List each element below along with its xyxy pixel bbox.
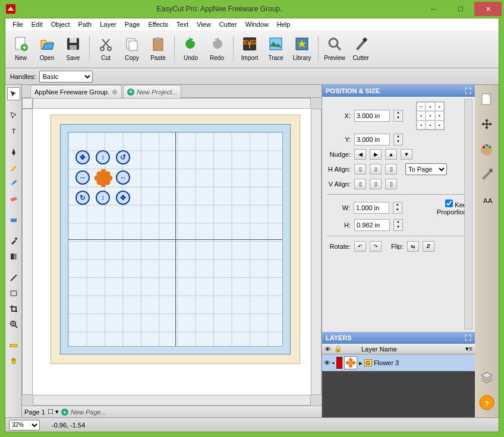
close-tab-icon[interactable]: ⊗ [112, 88, 118, 96]
document-panel-icon[interactable] [478, 91, 496, 109]
library-button[interactable]: Library [290, 33, 314, 66]
layer-row[interactable]: 👁 • ▸ G Flower 3 [322, 354, 475, 371]
handle-bl[interactable]: ↻ [75, 191, 90, 205]
collapse-icon[interactable]: ⛶ [465, 334, 471, 341]
undo-button[interactable]: Undo [179, 33, 203, 66]
paste-button[interactable]: Paste [146, 33, 170, 66]
nudge-down[interactable]: ▼ [401, 149, 412, 160]
text-tool[interactable]: T [7, 124, 20, 137]
gradient-tool[interactable] [7, 250, 20, 263]
cut-button[interactable]: Cut [94, 33, 118, 66]
vis-icon[interactable]: 👁 [324, 359, 330, 366]
halign-right[interactable]: ▯ [385, 164, 397, 175]
horizontal-scrollbar[interactable] [33, 395, 311, 406]
node-tool[interactable] [7, 109, 20, 122]
handle-tl[interactable]: ✥ [75, 150, 90, 164]
settings-panel-icon[interactable] [478, 166, 496, 183]
rotate-cw[interactable]: ↷ [370, 241, 382, 252]
valign-bottom[interactable]: ▯ [385, 179, 397, 189]
keep-proportions-checkbox[interactable] [445, 200, 453, 207]
y-spinner[interactable]: ▲▼ [393, 134, 403, 145]
lock-dot[interactable]: • [332, 359, 335, 366]
flip-h[interactable]: ⇋ [407, 241, 419, 252]
move-panel-icon[interactable] [478, 116, 496, 134]
trace-button[interactable]: Trace [264, 33, 288, 66]
menu-file[interactable]: File [9, 20, 27, 29]
page-tab[interactable]: Page 1 [24, 408, 45, 416]
halign-center[interactable]: ▯ [370, 164, 382, 175]
y-input[interactable] [354, 134, 390, 145]
brush-tool[interactable] [7, 176, 20, 189]
help-icon[interactable]: ? [478, 394, 496, 411]
expand-icon[interactable]: ▸ [359, 359, 363, 367]
align-relative-select[interactable]: To Page [405, 163, 447, 175]
knife-tool[interactable] [7, 271, 20, 284]
menu-window[interactable]: Window [242, 20, 272, 29]
anchor-grid[interactable]: ⌐•••••••• [416, 102, 445, 130]
open-button[interactable]: Open [35, 33, 59, 66]
flip-v[interactable]: ⇵ [423, 241, 434, 252]
crop-tool[interactable] [7, 302, 20, 315]
menu-object[interactable]: Object [48, 20, 74, 29]
tab-0[interactable]: AppNee Freeware Group.⊗ [30, 85, 122, 98]
import-button[interactable]: SVGImport [238, 33, 262, 66]
menu-edit[interactable]: Edit [28, 20, 46, 29]
menu-page[interactable]: Page [121, 20, 144, 29]
layers-header[interactable]: LAYERS⛶ [322, 332, 475, 344]
vertical-scrollbar[interactable] [311, 109, 322, 395]
layer-color-swatch[interactable] [336, 357, 342, 369]
horizontal-ruler[interactable] [33, 98, 311, 109]
shape-tool[interactable] [7, 213, 20, 226]
handle-ml[interactable]: ↔ [75, 170, 90, 185]
handle-br[interactable]: ✥ [116, 191, 130, 205]
new-button[interactable]: New [9, 33, 33, 66]
minimize-button[interactable]: ─ [420, 2, 447, 16]
menu-text[interactable]: Text [173, 20, 192, 29]
w-input[interactable] [354, 202, 389, 214]
text-panel-icon[interactable]: AA [478, 191, 496, 208]
zoom-select[interactable]: 32% [9, 420, 40, 430]
menu-cutter[interactable]: Cutter [216, 20, 241, 29]
layers-panel-icon[interactable] [478, 369, 496, 387]
valign-top[interactable]: ▯ [354, 179, 366, 189]
w-spinner[interactable]: ▲▼ [393, 202, 402, 214]
vertical-ruler[interactable] [22, 109, 33, 395]
panel-scrollbar[interactable] [464, 99, 472, 330]
valign-middle[interactable]: ▯ [370, 179, 382, 189]
nudge-left[interactable]: ◀ [354, 149, 366, 160]
color-panel-icon[interactable] [478, 141, 496, 159]
flower-shape[interactable] [94, 169, 112, 187]
handle-mr[interactable]: ↔ [116, 170, 130, 185]
halign-left[interactable]: ▯ [354, 164, 366, 175]
preview-button[interactable]: Preview [323, 33, 346, 66]
page-menu-icon[interactable]: ☐ ▾ [48, 408, 59, 416]
maximize-button[interactable]: ☐ [447, 2, 474, 16]
distort-tool[interactable] [7, 287, 20, 300]
handle-tc[interactable]: ↕ [96, 150, 110, 164]
collapse-icon[interactable]: ⛶ [465, 87, 471, 94]
redo-button[interactable]: Redo [205, 33, 229, 66]
menu-effects[interactable]: Effects [144, 20, 171, 29]
hand-tool[interactable] [7, 354, 20, 368]
handles-select[interactable]: Basic [39, 71, 93, 83]
menu-view[interactable]: View [193, 20, 215, 29]
menu-layer[interactable]: Layer [96, 20, 120, 29]
position-size-header[interactable]: POSITION & SIZE⛶ [322, 85, 475, 97]
menu-help[interactable]: Help [273, 20, 294, 29]
copy-button[interactable]: Copy [120, 33, 144, 66]
x-input[interactable] [354, 110, 390, 122]
select-tool[interactable] [7, 87, 20, 100]
handle-bc[interactable]: ↕ [96, 191, 110, 205]
measure-tool[interactable] [7, 339, 20, 352]
eraser-tool[interactable] [7, 192, 20, 205]
cutter-button[interactable]: Cutter [349, 33, 373, 66]
h-spinner[interactable]: ▲▼ [393, 219, 403, 231]
pen-tool[interactable] [7, 145, 20, 159]
new-page-label[interactable]: New Page... [71, 408, 106, 416]
add-page-icon[interactable]: + [61, 408, 68, 416]
rotate-ccw[interactable]: ↶ [354, 241, 366, 252]
zoom-tool[interactable] [7, 318, 20, 331]
handle-tr[interactable]: ↺ [116, 150, 130, 164]
tab-new[interactable]: +New Project... [123, 85, 181, 98]
layer-name[interactable]: Flower 3 [374, 359, 399, 366]
